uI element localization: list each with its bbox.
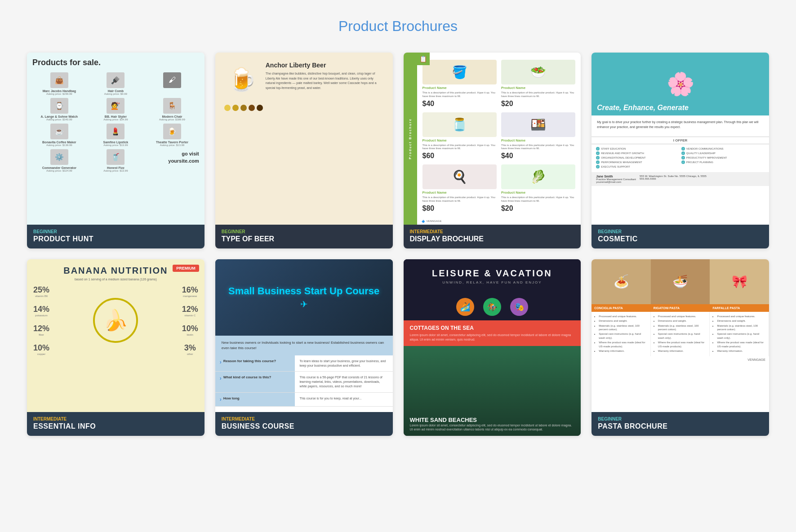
card-title: DISPLAY BROCHURE	[410, 235, 575, 243]
card3-footer: INTERMEDIATE DISPLAY BROCHURE	[404, 225, 581, 248]
card2-body: 🍺 Anchor Liberty Beer The champagne-like…	[215, 53, 393, 225]
product-price: $20	[501, 204, 575, 213]
product-desc: This is a description of this particular…	[422, 196, 497, 203]
biz-question: › How long	[215, 393, 295, 406]
pasta-headers: CONCIGLIA PASTA RIGATONI PASTA FARFALLE …	[591, 304, 769, 312]
card-title: ESSENTIAL INFO	[33, 422, 198, 430]
drink-icon: 🥤	[107, 149, 125, 165]
product-name: Product Name	[422, 191, 497, 195]
biz-title-wrapper: Small Business Start Up Course ✈	[228, 285, 379, 310]
list-item: 🍱 Product Name This is a description of …	[501, 112, 575, 160]
stat-label: vitamin C	[182, 314, 198, 317]
contact-email: youremail@mail.com	[596, 181, 636, 183]
product-price: Asking price: $340.99	[32, 118, 86, 121]
card-banana-nutrition[interactable]: PREMIUM BANANA NUTRITION based on 1 serv…	[27, 259, 205, 436]
offer-item: ✓STAFF EDUCATION	[596, 147, 679, 151]
brochure-main: 📋 🪣 Product Name This is a description o…	[417, 53, 581, 225]
product-hunt-grid: 👜 Marc Jacobs Handbag Asking price: $299…	[32, 72, 199, 172]
contact-name: Jane Smith	[596, 175, 636, 178]
offer-item: ✓PERFORMANCE MANAGEMENT	[596, 160, 679, 164]
stat-label: other	[182, 353, 198, 355]
card8-body: 🍝 🍜 🎀 CONCIGLIA PASTA RIGATONI PASTA FAR…	[591, 259, 769, 412]
color-swatch-2	[232, 105, 239, 111]
product-image-5: 🍳	[422, 164, 497, 189]
product-name: Theatte Tavern Porter	[145, 141, 199, 144]
beer-top: 🍺 Anchor Liberty Beer The champagne-like…	[224, 62, 384, 98]
biz-description: New business owners or Individuals looki…	[215, 336, 393, 355]
product-image-2: 🥗	[501, 60, 575, 84]
product-name: Modern Chair	[145, 115, 199, 118]
nutrition-left-col: 25% vitamin B6 14% potassium 12% fiber 1…	[33, 285, 49, 355]
list-item: Processed and unique features.	[717, 315, 766, 318]
card-leisure-vacation[interactable]: LEISURE & VACATION UNWIND, RELAX, HAVE F…	[404, 259, 581, 436]
arrow-icon: ›	[220, 375, 222, 381]
product-price: Asking price: $34.99	[89, 118, 143, 121]
cosmetic-tagline: Create, Enhance, Generate	[597, 104, 764, 112]
card-cosmetic[interactable]: 🌸 Create, Enhance, Generate My goal is t…	[591, 53, 769, 248]
offer-dot-icon: ✓	[596, 151, 600, 155]
leisure-subtitle: UNWIND, RELAX, HAVE FUN AND ENJOY	[413, 280, 572, 284]
list-item: Where the product was made (ideal for US…	[658, 341, 707, 348]
card3-body: Product Brochure 📋 🪣 Product Name This i…	[404, 53, 581, 225]
card-display-brochure[interactable]: Product Brochure 📋 🪣 Product Name This i…	[404, 53, 581, 248]
biz-answer: This course is for you to keep, read at …	[295, 393, 392, 406]
cosmetic-image-area: 🌸 Create, Enhance, Generate	[591, 53, 769, 115]
list-item: 🥤 Honest Fizz Asking price: $13.99	[89, 149, 143, 172]
activity-icon-1: 🏄	[456, 298, 474, 316]
list-item: Special care instructions (e.g. hand was…	[658, 332, 707, 340]
beach-title: WHITE SAND BEACHES	[410, 417, 575, 423]
card-business-course[interactable]: Small Business Start Up Course ✈ New bus…	[215, 259, 393, 436]
product-name: Honest Fizz	[89, 166, 143, 169]
contact-section: Jane Smith Practice Management Consultan…	[591, 172, 769, 186]
list-item: 🍳 Product Name This is a description of …	[422, 164, 497, 213]
offer-item: ✓REVENUE AND PROFIT GROWTH	[596, 151, 679, 155]
offer-dot-icon: ✓	[596, 156, 600, 160]
beer-type-label: TYPE OF BEER	[222, 235, 387, 243]
product-desc: This is a description of this particular…	[501, 144, 575, 151]
biz-row: › What kind of course is this? This cour…	[215, 372, 393, 392]
handbag-icon: 👜	[50, 72, 68, 88]
biz-question: › Reason for taking this course?	[215, 355, 295, 372]
card-title: PRODUCT HUNT	[33, 235, 198, 243]
card4-footer: BEGINNER COSMETIC	[591, 225, 769, 248]
beer-name: Anchor Liberty Beer	[266, 62, 384, 69]
pasta-images-row: 🍝 🍜 🎀	[591, 259, 769, 304]
product-name: Marc Jacobs Handbag	[32, 89, 86, 93]
nutrition-stat: 12% fiber	[33, 324, 49, 336]
card4-body: 🌸 Create, Enhance, Generate My goal is t…	[591, 53, 769, 225]
offer-item: ✓QUALITY LEADERSHIP	[681, 151, 765, 155]
card-liberty-beer[interactable]: 🍺 Anchor Liberty Beer The champagne-like…	[215, 53, 393, 248]
list-item: Warranty information.	[599, 349, 648, 353]
offer-dot-icon: ✓	[681, 151, 685, 155]
biz-header-image: Small Business Start Up Course ✈	[215, 259, 393, 336]
level-badge: BEGINNER	[222, 229, 387, 234]
page-title: Product Brochures	[27, 18, 769, 35]
nutrition-stat: 10% copper	[33, 343, 49, 355]
venngage-branding: 🔷 VENNGAGE	[417, 218, 581, 225]
nutrition-stat: 10% biotin	[182, 324, 198, 336]
cosmetic-overlay: Create, Enhance, Generate	[591, 100, 769, 115]
pasta-details-grid: Processed and unique features. Dimension…	[591, 312, 769, 357]
pasta-features-list: Processed and unique features. Dimension…	[654, 315, 707, 353]
biz-row: › Reason for taking this course? To lear…	[215, 355, 393, 372]
product-name: Product Name	[501, 191, 575, 195]
card-pasta-brochure[interactable]: 🍝 🍜 🎀 CONCIGLIA PASTA RIGATONI PASTA FAR…	[591, 259, 769, 436]
biz-main-title: Small Business Start Up Course	[228, 285, 379, 297]
level-badge: INTERMEDIATE	[410, 229, 575, 234]
pasta-col-details-2: Processed and unique features. Dimension…	[651, 312, 710, 357]
biz-qa-section: › Reason for taking this course? To lear…	[215, 355, 393, 407]
go-visit-text: go visit	[145, 151, 199, 156]
card-product-hunt[interactable]: Products for sale. 👜 Marc Jacobs Handbag…	[27, 53, 205, 248]
list-item: 🖌	[145, 72, 199, 95]
list-item: 🪑 Modern Chair Asking price: $399.99	[145, 98, 199, 121]
product-price: Asking price: $399.99	[145, 118, 199, 121]
beer-info: Anchor Liberty Beer The champagne-like b…	[266, 62, 384, 90]
offer-dot-icon: ✓	[681, 147, 685, 151]
venngage-icon: 🔷	[422, 220, 425, 223]
nutrition-diagram: 25% vitamin B6 14% potassium 12% fiber 1…	[33, 285, 198, 355]
list-item: Special care instructions (e.g. hand was…	[717, 332, 766, 340]
watch-icon: ⌚	[50, 98, 68, 114]
stat-percentage: 10%	[33, 343, 49, 353]
card1-footer: BEGINNER PRODUCT HUNT	[27, 225, 205, 248]
offer-dot-icon: ✓	[596, 160, 600, 164]
